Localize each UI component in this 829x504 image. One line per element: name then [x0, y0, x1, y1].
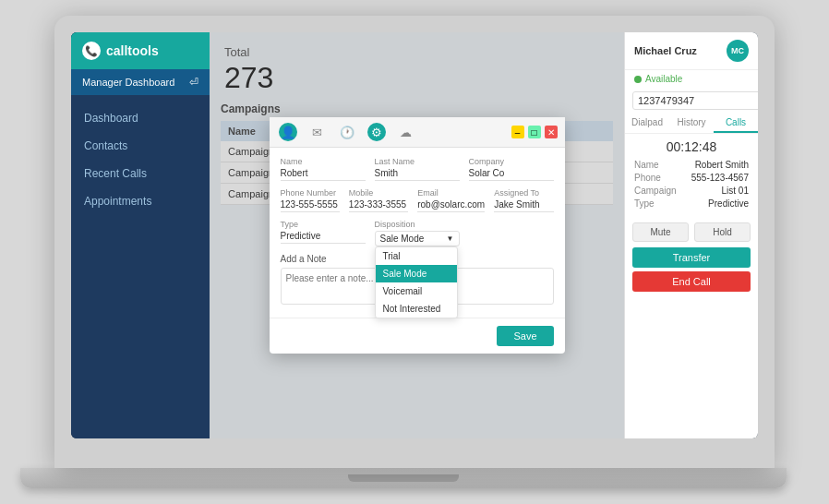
- assigned-to-value: Jake Smith: [494, 199, 553, 212]
- assigned-to-label: Assigned To: [494, 188, 553, 198]
- status-text: Available: [645, 74, 682, 84]
- dashboard-menu-item[interactable]: Manager Dashboard ⏎: [71, 69, 210, 95]
- field-first-name: Name Robert: [281, 157, 366, 181]
- email-value: rob@solarc.com: [417, 199, 485, 212]
- save-button[interactable]: Save: [497, 326, 553, 346]
- dropdown-option-voicemail[interactable]: Voicemail: [376, 282, 457, 300]
- field-mobile: Mobile 123-333-3555: [349, 188, 408, 212]
- phone-value: 123-555-5555: [281, 199, 340, 212]
- info-row-phone: Phone 555-123-4567: [634, 173, 749, 183]
- sidebar-item-appointments[interactable]: Appointments: [71, 187, 210, 215]
- field-company: Company Solar Co: [469, 157, 554, 181]
- settings-tab-icon[interactable]: ⚙: [367, 123, 386, 141]
- info-row-type: Type Predictive: [634, 198, 749, 209]
- modal-fields-row3: Type Predictive Disposition Sale Mode: [281, 220, 554, 246]
- dropdown-option-sale-mode[interactable]: Sale Mode: [376, 265, 457, 282]
- sidebar-logo: 📞 calltools: [71, 32, 210, 69]
- main-content: Total 273 Campaigns Name Dial: [210, 32, 624, 438]
- laptop-base: [20, 468, 787, 488]
- phone-label: Phone: [634, 173, 661, 183]
- info-row-campaign: Campaign List 01: [634, 186, 749, 196]
- first-name-label: Name: [281, 157, 366, 166]
- type-value: Predictive: [281, 231, 366, 244]
- last-name-value: Smith: [375, 168, 460, 181]
- status-indicator: [634, 76, 642, 83]
- right-panel: Michael Cruz MC Available Call Dialpad H…: [624, 32, 758, 438]
- dropdown-option-trial[interactable]: Trial: [376, 247, 457, 265]
- modal-tab-icons: 👤 ✉ 🕐 ⚙ ☁: [270, 117, 425, 147]
- end-call-button[interactable]: End Call: [632, 271, 751, 292]
- calltools-logo-icon: 📞: [82, 42, 101, 60]
- modal-fields-row1: Name Robert Last Name Smith Company: [281, 157, 554, 181]
- modal-header: 👤 ✉ 🕐 ⚙ ☁ – □ ✕: [270, 117, 565, 148]
- sidebar-nav: Dashboard Contacts Recent Calls Appointm…: [71, 95, 210, 224]
- field-phone: Phone Number 123-555-5555: [281, 188, 340, 212]
- call-timer: 00:12:48: [634, 139, 749, 154]
- tab-calls[interactable]: Calls: [714, 114, 758, 133]
- tab-history[interactable]: History: [669, 114, 714, 133]
- laptop-notch: [348, 474, 459, 482]
- modal-minimize-button[interactable]: –: [511, 126, 524, 138]
- phone-value: 555-123-4567: [691, 173, 749, 183]
- modal-footer: Save: [270, 318, 565, 354]
- mobile-value: 123-333-3555: [349, 199, 408, 212]
- company-label: Company: [469, 157, 554, 166]
- disposition-dropdown-menu: Trial Sale Mode Voicemail Not Interested: [375, 246, 458, 318]
- sidebar: 📞 calltools Manager Dashboard ⏎ Dashboar…: [71, 32, 210, 438]
- disposition-selected: Sale Mode: [380, 234, 425, 244]
- logout-icon: ⏎: [189, 76, 198, 89]
- contact-modal: 👤 ✉ 🕐 ⚙ ☁ – □ ✕: [270, 117, 565, 354]
- modal-close-button[interactable]: ✕: [545, 126, 558, 138]
- sidebar-item-contacts[interactable]: Contacts: [71, 132, 210, 160]
- field-disposition: Disposition Sale Mode ▼ Trial: [375, 220, 460, 246]
- sidebar-item-dashboard[interactable]: Dashboard: [71, 104, 210, 132]
- info-row-name: Name Robert Smith: [634, 160, 749, 170]
- laptop-screen: 📞 calltools Manager Dashboard ⏎ Dashboar…: [71, 32, 758, 438]
- type-label: Type: [281, 220, 366, 229]
- disposition-value[interactable]: Sale Mode ▼: [375, 231, 460, 246]
- panel-tabs: Dialpad History Calls: [625, 114, 758, 134]
- field-type: Type Predictive: [281, 220, 366, 246]
- name-value: Robert Smith: [695, 160, 749, 170]
- logo-text: calltools: [106, 43, 159, 58]
- modal-body: Name Robert Last Name Smith Company: [270, 148, 565, 318]
- last-name-label: Last Name: [375, 157, 460, 166]
- mobile-label: Mobile: [349, 188, 408, 198]
- chevron-down-icon: ▼: [447, 234, 454, 243]
- status-row: Available: [625, 70, 758, 88]
- sidebar-item-recent-calls[interactable]: Recent Calls: [71, 160, 210, 187]
- person-tab-icon[interactable]: 👤: [279, 123, 297, 141]
- modal-fields-row2: Phone Number 123-555-5555 Mobile 123-333…: [281, 188, 554, 212]
- first-name-value: Robert: [281, 168, 366, 181]
- type-label: Type: [634, 198, 655, 209]
- disposition-label: Disposition: [375, 220, 460, 229]
- hold-button[interactable]: Hold: [694, 222, 751, 242]
- campaign-value: List 01: [722, 186, 749, 196]
- right-panel-header: Michael Cruz MC: [625, 32, 758, 70]
- email-label: Email: [417, 188, 485, 198]
- name-label: Name: [634, 160, 659, 170]
- dial-row: Call: [625, 88, 758, 114]
- disposition-dropdown[interactable]: Sale Mode ▼ Trial Sale Mode Voicemail: [375, 231, 460, 246]
- clock-tab-icon[interactable]: 🕐: [338, 123, 356, 141]
- field-assigned-to: Assigned To Jake Smith: [494, 188, 553, 212]
- cloud-tab-icon[interactable]: ☁: [397, 123, 415, 141]
- transfer-button[interactable]: Transfer: [632, 247, 751, 268]
- mute-button[interactable]: Mute: [632, 222, 689, 242]
- field-email: Email rob@solarc.com: [417, 188, 485, 212]
- campaign-label: Campaign: [634, 186, 677, 196]
- action-buttons: Mute Hold: [625, 217, 758, 247]
- type-value: Predictive: [708, 198, 749, 209]
- dropdown-option-not-interested[interactable]: Not Interested: [376, 300, 457, 318]
- dashboard-label: Manager Dashboard: [82, 77, 174, 88]
- tab-dialpad[interactable]: Dialpad: [625, 114, 669, 133]
- email-tab-icon[interactable]: ✉: [308, 123, 327, 141]
- field-last-name: Last Name Smith: [375, 157, 460, 181]
- user-avatar: MC: [727, 40, 749, 62]
- modal-overlay: 👤 ✉ 🕐 ⚙ ☁ – □ ✕: [210, 32, 624, 438]
- modal-maximize-button[interactable]: □: [528, 126, 541, 138]
- modal-controls: – □ ✕: [511, 126, 565, 138]
- user-name: Michael Cruz: [634, 45, 697, 56]
- dial-input[interactable]: [632, 91, 758, 110]
- laptop-screen-bezel: 📞 calltools Manager Dashboard ⏎ Dashboar…: [54, 16, 775, 468]
